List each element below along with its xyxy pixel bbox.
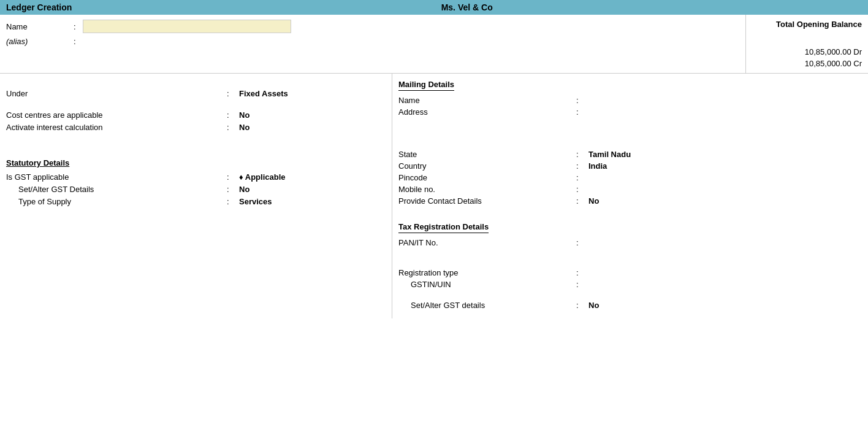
pan-spacer	[398, 250, 862, 268]
address-colon: :	[576, 107, 588, 117]
alias-colon: :	[74, 37, 83, 46]
address-spacer	[398, 119, 862, 150]
set-alter-gst-label: Set/Alter GST Details	[6, 185, 227, 194]
pan-row: PAN/IT No. :	[398, 238, 862, 247]
mobile-label: Mobile no.	[398, 185, 576, 194]
is-gst-colon: :	[227, 172, 239, 182]
is-gst-value: ♦ Applicable	[239, 172, 286, 182]
address-row: Address :	[398, 107, 862, 117]
pincode-row: Pincode :	[398, 173, 862, 182]
tob-cr: 10,85,000.00 Cr	[752, 59, 862, 68]
top-section: Name : (alias) : Total Opening Balance 1…	[0, 15, 868, 74]
state-colon: :	[576, 150, 588, 159]
set-alter-gst-details-colon: :	[576, 301, 588, 310]
name-label: Name	[6, 22, 74, 31]
set-alter-gst-details-value: No	[588, 301, 599, 310]
pan-colon: :	[576, 238, 588, 247]
tob-dr: 10,85,000.00 Dr	[752, 47, 862, 56]
gstin-row: GSTIN/UIN :	[398, 280, 862, 289]
set-alter-gst-colon: :	[227, 185, 239, 194]
set-alter-gst-details-row: Set/Alter GST details : No	[398, 301, 862, 310]
country-colon: :	[576, 161, 588, 171]
activate-interest-colon: :	[227, 123, 239, 132]
registration-type-label: Registration type	[398, 268, 576, 277]
provide-contact-colon: :	[576, 196, 588, 206]
state-row: State : Tamil Nadu	[398, 150, 862, 159]
provide-contact-row: Provide Contact Details : No	[398, 196, 862, 206]
set-alter-gst-row: Set/Alter GST Details : No	[6, 185, 386, 194]
country-label: Country	[398, 161, 576, 171]
country-value: India	[588, 161, 607, 171]
set-alter-gst-details-label: Set/Alter GST details	[398, 301, 576, 310]
mailing-name-colon: :	[576, 96, 588, 105]
title-left: Ledger Creation	[6, 2, 72, 12]
tob-title: Total Opening Balance	[752, 20, 862, 29]
type-of-supply-row: Type of Supply : Services	[6, 197, 386, 206]
activate-interest-value: No	[239, 123, 249, 132]
left-panel: Under : Fixed Assets Cost centres are ap…	[0, 74, 392, 318]
title-center: Ms. Vel & Co	[441, 2, 493, 12]
mobile-row: Mobile no. :	[398, 185, 862, 194]
provide-contact-label: Provide Contact Details	[398, 196, 576, 206]
type-of-supply-colon: :	[227, 197, 239, 206]
under-value: Fixed Assets	[239, 89, 288, 98]
name-input[interactable]	[83, 20, 291, 33]
cost-centres-colon: :	[227, 110, 239, 120]
address-label: Address	[398, 107, 576, 117]
mailing-name-row: Name :	[398, 96, 862, 105]
body-section: Under : Fixed Assets Cost centres are ap…	[0, 74, 868, 318]
name-alias-section: Name : (alias) :	[0, 15, 745, 73]
type-of-supply-label: Type of Supply	[6, 197, 227, 206]
tax-title: Tax Registration Details	[398, 222, 489, 233]
state-value: Tamil Nadu	[588, 150, 631, 159]
state-label: State	[398, 150, 576, 159]
mobile-colon: :	[576, 185, 588, 194]
name-row: Name :	[6, 20, 739, 33]
alias-label: (alias)	[6, 37, 74, 46]
alias-row: (alias) :	[6, 37, 739, 46]
title-bar: Ledger Creation Ms. Vel & Co	[0, 0, 868, 15]
cost-centres-row: Cost centres are applicable : No	[6, 110, 386, 120]
under-label: Under	[6, 89, 227, 98]
right-panel: Mailing Details Name : Address : State :…	[392, 74, 868, 318]
gstin-colon: :	[576, 280, 588, 289]
registration-type-colon: :	[576, 268, 588, 277]
gstin-label: GSTIN/UIN	[398, 280, 576, 289]
mailing-name-label: Name	[398, 96, 576, 105]
provide-contact-value: No	[588, 196, 599, 206]
is-gst-row: Is GST applicable : ♦ Applicable	[6, 172, 386, 182]
set-alter-gst-value: No	[239, 185, 249, 194]
activate-interest-row: Activate interest calculation : No	[6, 123, 386, 132]
under-colon: :	[227, 89, 239, 98]
cost-centres-label: Cost centres are applicable	[6, 110, 227, 120]
is-gst-label: Is GST applicable	[6, 172, 227, 182]
pincode-label: Pincode	[398, 173, 576, 182]
cost-centres-value: No	[239, 110, 249, 120]
pan-label: PAN/IT No.	[398, 238, 576, 247]
country-row: Country : India	[398, 161, 862, 171]
registration-type-row: Registration type :	[398, 268, 862, 277]
under-row: Under : Fixed Assets	[6, 89, 386, 98]
activate-interest-label: Activate interest calculation	[6, 123, 227, 132]
name-colon: :	[74, 22, 83, 31]
total-opening-balance-panel: Total Opening Balance 10,85,000.00 Dr 10…	[745, 15, 868, 73]
mailing-title: Mailing Details	[398, 80, 454, 91]
pincode-colon: :	[576, 173, 588, 182]
statutory-title: Statutory Details	[6, 158, 386, 168]
type-of-supply-value: Services	[239, 197, 272, 206]
